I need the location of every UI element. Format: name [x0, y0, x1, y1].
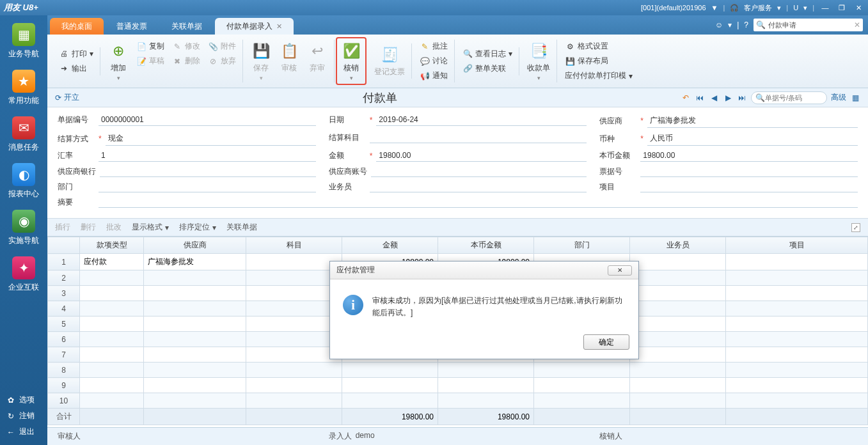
help-icon[interactable]: ?	[744, 20, 748, 29]
undo-button[interactable]: ↶	[681, 93, 691, 103]
col-type[interactable]: 款项类型	[80, 237, 144, 254]
sidebar-report-center[interactable]: ◐报表中心	[0, 158, 47, 205]
sidebar-exit[interactable]: ←退出	[0, 424, 47, 440]
dropdown-icon[interactable]: ▾	[777, 4, 781, 12]
col-clerk[interactable]: 业务员	[630, 237, 726, 254]
u-menu[interactable]: U	[793, 4, 798, 12]
note-button[interactable]: ✎批注	[417, 40, 450, 53]
col-amount[interactable]: 金额	[342, 237, 438, 254]
delete-button[interactable]: ✖删除	[170, 54, 203, 68]
output-button[interactable]: ➜输出	[56, 62, 96, 75]
dropdown-icon[interactable]: ▾	[803, 4, 807, 12]
settle-value[interactable]: 现金	[106, 132, 316, 146]
kaili-button[interactable]: ⟳开立	[55, 92, 79, 103]
first-button[interactable]: ⏮	[695, 93, 705, 103]
sidebar-logout[interactable]: ↻注销	[0, 408, 47, 424]
next-button[interactable]: ▶	[723, 93, 733, 103]
savelayout-button[interactable]: 💾保存布局	[562, 54, 635, 68]
printtpl-button[interactable]: 应付付款单打印模 ▾	[562, 69, 635, 82]
tab-payment-entry[interactable]: 付款单据录入✕	[215, 18, 294, 35]
insert-row-button[interactable]: 插行	[55, 222, 70, 233]
col-project[interactable]: 项目	[726, 237, 868, 254]
search-input[interactable]	[768, 21, 851, 29]
print-button[interactable]: 🖨打印 ▾	[56, 47, 96, 61]
draft-button[interactable]: 📝草稿	[134, 54, 167, 68]
sort-button[interactable]: 排序定位 ▾	[179, 222, 216, 233]
sidebar-common-func[interactable]: ★常用功能	[0, 65, 47, 111]
local-amount-value[interactable]: 19800.00	[640, 150, 858, 162]
delete-row-button[interactable]: 删行	[81, 222, 96, 233]
unaudit-button[interactable]: ↩弃审	[304, 40, 330, 82]
customer-service-link[interactable]: 客户服务	[744, 3, 772, 13]
sidebar-messages[interactable]: ✉消息任务	[0, 111, 47, 158]
abandon-button[interactable]: ⊘放弃	[205, 54, 239, 68]
last-button[interactable]: ⏭	[737, 93, 747, 103]
date-value[interactable]: 2019-06-24	[376, 114, 587, 126]
col-rownum[interactable]	[48, 237, 80, 254]
billno-value[interactable]	[640, 166, 858, 177]
close-button[interactable]: ✕	[853, 2, 864, 13]
relate-button[interactable]: 🔗整单关联	[460, 62, 515, 75]
project-value[interactable]	[640, 181, 858, 192]
global-search[interactable]: 🔍 ✕	[754, 19, 863, 31]
prev-button[interactable]: ◀	[709, 93, 719, 103]
expand-grid-button[interactable]: ⤢	[851, 223, 860, 232]
currency-value[interactable]: 人民币	[647, 132, 858, 146]
restore-button[interactable]: ❐	[836, 2, 848, 13]
col-supplier[interactable]: 供应商	[144, 237, 246, 254]
clerk-value[interactable]	[370, 181, 587, 192]
copy-button[interactable]: 📄复制	[134, 40, 167, 53]
amount-value[interactable]: 19800.00	[376, 150, 587, 162]
related-doc-button[interactable]: 关联单据	[226, 222, 257, 233]
notify-button[interactable]: 📢通知	[417, 69, 450, 82]
table-row[interactable]: 9	[48, 378, 868, 393]
clear-icon[interactable]: ✕	[854, 20, 860, 29]
acct-value[interactable]	[371, 166, 587, 177]
smile-icon[interactable]: ☺	[715, 20, 723, 29]
discuss-button[interactable]: 💬讨论	[417, 54, 450, 68]
register-check-button[interactable]: 🧾登记支票	[372, 43, 407, 79]
tab-close-icon[interactable]: ✕	[276, 22, 282, 31]
minimize-button[interactable]: —	[819, 2, 831, 13]
batch-button[interactable]: 批改	[106, 222, 122, 233]
dept-value[interactable]	[99, 181, 316, 192]
verify-button[interactable]: ✅核销▾	[338, 40, 364, 82]
attach-button[interactable]: 📎附件	[205, 40, 239, 53]
sidebar-implement-nav[interactable]: ◉实施导航	[0, 205, 47, 251]
sidebar-business-nav[interactable]: ▦业务导航	[0, 18, 47, 65]
dialog-titlebar[interactable]: 应付款管理 ✕	[330, 262, 638, 279]
advanced-link[interactable]: 高级	[831, 92, 846, 103]
tab-related-doc[interactable]: 关联单据	[160, 18, 214, 35]
bank-value[interactable]	[100, 166, 316, 177]
clerk-label: 业务员	[329, 182, 366, 192]
col-dept[interactable]: 部门	[534, 237, 630, 254]
rate-value[interactable]: 1	[99, 150, 316, 162]
supplier-value[interactable]: 广福海参批发	[647, 114, 858, 128]
add-button[interactable]: ⊕增加▾	[106, 40, 131, 82]
tab-invoice[interactable]: 普通发票	[105, 18, 159, 35]
dropdown-icon[interactable]: ▾	[728, 20, 732, 29]
subject-value[interactable]	[370, 132, 587, 143]
sidebar-enterprise-link[interactable]: ✦企业互联	[0, 251, 47, 298]
viewlog-button[interactable]: 🔍查看日志 ▾	[460, 47, 515, 61]
col-subject[interactable]: 科目	[246, 237, 342, 254]
doc-search[interactable]: 🔍	[751, 91, 827, 104]
summary-value[interactable]	[99, 196, 858, 208]
table-row[interactable]: 8	[48, 363, 868, 378]
format-button[interactable]: ⚙格式设置	[562, 40, 635, 53]
table-row[interactable]: 10	[48, 393, 868, 409]
dialog-close-button[interactable]: ✕	[608, 265, 632, 276]
save-button[interactable]: 💾保存▾	[248, 40, 274, 82]
audit-button[interactable]: 📋审核	[276, 40, 302, 82]
dialog-ok-button[interactable]: 确定	[583, 334, 629, 350]
dropdown-icon[interactable]: ▼	[711, 4, 718, 12]
modify-button[interactable]: ✎修改	[170, 40, 203, 53]
col-local[interactable]: 本币金额	[438, 237, 534, 254]
tab-desktop[interactable]: 我的桌面	[50, 18, 104, 35]
sidebar-options[interactable]: ✿选项	[0, 392, 47, 408]
grid-icon[interactable]: ▦	[850, 93, 860, 103]
receipt-button[interactable]: 📑收款单▾	[525, 40, 553, 82]
display-format-button[interactable]: 显示格式 ▾	[132, 222, 169, 233]
docno-value[interactable]: 0000000001	[99, 114, 316, 126]
total-amount: 19800.00	[342, 409, 438, 425]
